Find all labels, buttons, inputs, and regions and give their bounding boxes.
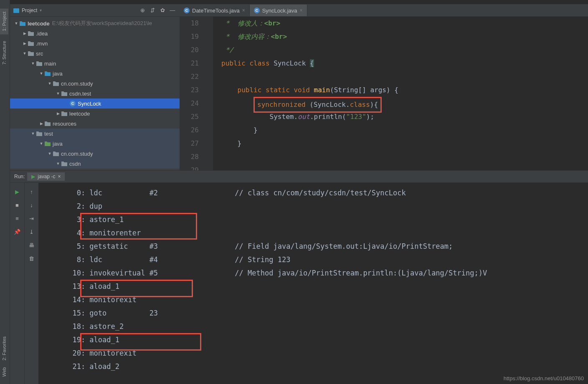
tree-test[interactable]: ▼test <box>10 129 180 139</box>
scroll-icon[interactable]: ⤓ <box>28 228 35 235</box>
tree-idea[interactable]: ▶.idea <box>10 28 180 38</box>
run-label: Run: <box>14 174 25 179</box>
close-icon[interactable]: × <box>300 8 303 13</box>
tree-src[interactable]: ▼src <box>10 48 180 58</box>
sidebar-tab-project[interactable]: 1: Project <box>0 8 8 34</box>
class-icon: C <box>70 101 76 106</box>
sidebar-tab-favorites[interactable]: 2: Favorites <box>0 333 8 364</box>
console-output[interactable]: 0: ldc #2 // class cn/com/study/csdn/tes… <box>38 183 588 384</box>
tree-pkg2[interactable]: ▼cn.com.study <box>10 149 180 159</box>
gutter: 18 19 20 21 22 23 24 25 26 27 28 29 <box>180 17 205 170</box>
tree-resources[interactable]: ▶resources <box>10 119 180 129</box>
tree-csdn-test[interactable]: ▼csdn.test <box>10 88 180 99</box>
sidebar-tab-structure[interactable]: 7: Structure <box>0 38 8 68</box>
hide-icon[interactable]: — <box>169 7 176 14</box>
tree-csdn[interactable]: ▼csdn <box>10 159 180 169</box>
run-panel: Run: ▶ javap -c × ▶ ■ ≡ 📌 ↑ ↓ ⇥ ⤓ 🖶 🗑 0:… <box>10 170 588 384</box>
project-tree: ▼ leetcode E:\税友代码开发\workSpace\ideal\202… <box>10 17 180 170</box>
sidebar-tab-web[interactable]: Web <box>0 364 8 380</box>
run-toolbar-1: ▶ ■ ≡ 📌 <box>10 183 24 384</box>
close-icon[interactable]: × <box>58 174 61 179</box>
tree-java2[interactable]: ▼java <box>10 139 180 149</box>
tab-synclock[interactable]: C SyncLock.java × <box>250 5 307 16</box>
run-play-icon: ▶ <box>31 174 35 179</box>
watermark: https://blog.csdn.net/u010480760 <box>504 375 584 381</box>
run-tab-javap[interactable]: ▶ javap -c × <box>27 172 65 181</box>
pin-icon[interactable]: 📌 <box>13 228 21 235</box>
locate-icon[interactable]: ⊕ <box>139 7 146 14</box>
project-panel: Project ▾ ⊕ ⇵ ✿ — ▼ leetcode E:\税友代码开发\w… <box>10 4 180 170</box>
project-icon <box>13 8 19 13</box>
tree-leetcode-pkg[interactable]: ▶leetcode <box>10 109 180 119</box>
tab-datetimetools[interactable]: C DateTimeTools.java × <box>180 5 250 16</box>
left-tool-sidebar: 1: Project 7: Structure 2: Favorites Web <box>0 0 10 384</box>
close-icon[interactable]: × <box>242 8 245 13</box>
gear-icon[interactable]: ✿ <box>159 7 166 14</box>
tree-java[interactable]: ▼java <box>10 68 180 78</box>
stop-icon[interactable]: ■ <box>13 201 21 209</box>
class-icon: C <box>254 8 260 13</box>
tree-pkg[interactable]: ▼cn.com.study <box>10 78 180 88</box>
down-icon[interactable]: ↓ <box>28 201 35 209</box>
editor-area: C DateTimeTools.java × C SyncLock.java ×… <box>180 4 588 170</box>
svg-rect-0 <box>13 8 19 13</box>
project-title: Project ▾ <box>13 8 136 13</box>
project-header: Project ▾ ⊕ ⇵ ✿ — <box>10 4 180 17</box>
run-header: Run: ▶ javap -c × <box>10 170 588 183</box>
wrap-icon[interactable]: ⇥ <box>28 215 35 222</box>
trash-icon[interactable]: 🗑 <box>28 255 35 262</box>
up-icon[interactable]: ↑ <box>28 188 35 195</box>
rerun-icon[interactable]: ▶ <box>13 188 21 195</box>
tree-synclock[interactable]: CSyncLock <box>10 99 180 109</box>
tree-root[interactable]: ▼ leetcode E:\税友代码开发\workSpace\ideal\202… <box>10 18 180 28</box>
code-editor[interactable]: 18 19 20 21 22 23 24 25 26 27 28 29 * 修改… <box>180 17 588 170</box>
tree-mvn[interactable]: ▶.mvn <box>10 38 180 48</box>
editor-tabs: C DateTimeTools.java × C SyncLock.java × <box>180 4 588 17</box>
class-icon: C <box>184 8 190 13</box>
run-toolbar-2: ↑ ↓ ⇥ ⤓ 🖶 🗑 <box>24 183 38 384</box>
print-icon[interactable]: 🖶 <box>28 241 35 249</box>
tree-main[interactable]: ▼main <box>10 58 180 68</box>
expand-icon[interactable]: ⇵ <box>149 7 156 14</box>
layout-icon[interactable]: ≡ <box>13 215 21 222</box>
